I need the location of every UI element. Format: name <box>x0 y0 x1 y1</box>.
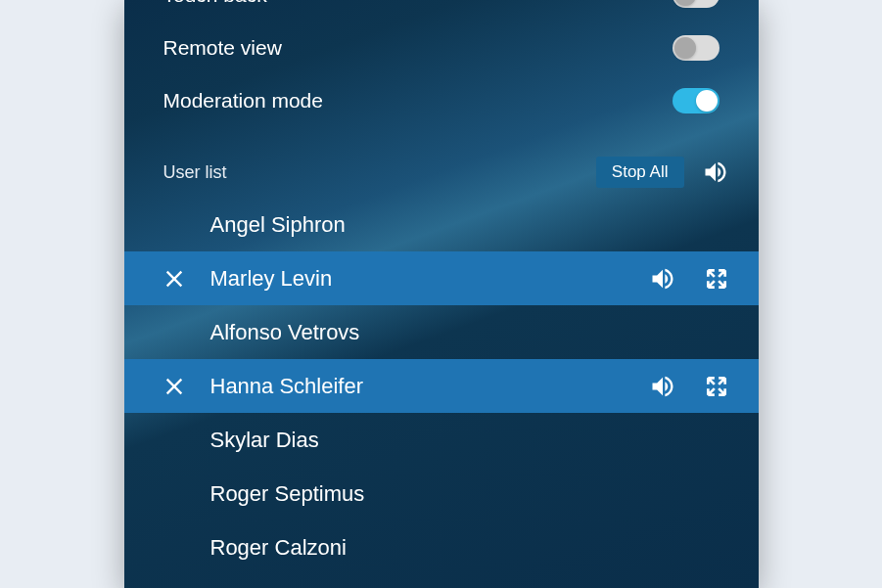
toggle-moderation-mode[interactable] <box>673 88 720 113</box>
setting-label: Remote view <box>163 36 282 60</box>
expand-icon[interactable] <box>704 266 729 292</box>
user-item[interactable]: Angel Siphron <box>124 198 759 251</box>
user-item[interactable]: Roger Calzoni <box>124 520 759 574</box>
toggle-knob <box>674 0 696 6</box>
toggle-knob <box>696 90 718 112</box>
user-item[interactable]: Hanna Schleifer <box>124 359 759 413</box>
user-item[interactable]: Marley Levin <box>124 251 759 305</box>
speaker-icon[interactable] <box>649 265 676 293</box>
user-name: Alfonso Vetrovs <box>210 320 729 345</box>
speaker-icon[interactable] <box>649 373 676 400</box>
user-name: Roger Septimus <box>210 481 729 507</box>
toggle-touch-back[interactable] <box>673 0 720 8</box>
settings-panel: Touch back Remote view Moderation mode U… <box>124 0 759 588</box>
stop-all-button[interactable]: Stop All <box>596 157 684 188</box>
setting-label: Touch back <box>163 0 267 7</box>
setting-row-moderation-mode: Moderation mode <box>124 74 759 127</box>
user-list: Angel Siphron Marley Levin Alfonso Vetro… <box>124 198 759 574</box>
close-icon[interactable] <box>163 376 210 397</box>
expand-icon[interactable] <box>704 374 729 399</box>
user-actions <box>649 265 729 293</box>
close-icon[interactable] <box>163 268 210 290</box>
setting-label: Moderation mode <box>163 89 323 113</box>
header-controls: Stop All <box>596 157 729 188</box>
speaker-icon[interactable] <box>702 158 729 186</box>
user-item[interactable]: Alfonso Vetrovs <box>124 305 759 359</box>
toggle-remote-view[interactable] <box>673 35 720 61</box>
toggle-knob <box>674 37 696 59</box>
user-name: Angel Siphron <box>210 212 729 238</box>
user-name: Roger Calzoni <box>210 535 729 561</box>
user-actions <box>649 373 729 400</box>
userlist-header: User list Stop All <box>124 127 759 198</box>
setting-row-remote-view: Remote view <box>124 22 759 74</box>
user-name: Skylar Dias <box>210 428 729 453</box>
user-item[interactable]: Roger Septimus <box>124 467 759 520</box>
user-name: Marley Levin <box>210 266 649 292</box>
user-item[interactable]: Skylar Dias <box>124 413 759 467</box>
setting-row-touch-back: Touch back <box>124 0 759 22</box>
userlist-title: User list <box>163 162 227 183</box>
user-name: Hanna Schleifer <box>210 374 649 399</box>
